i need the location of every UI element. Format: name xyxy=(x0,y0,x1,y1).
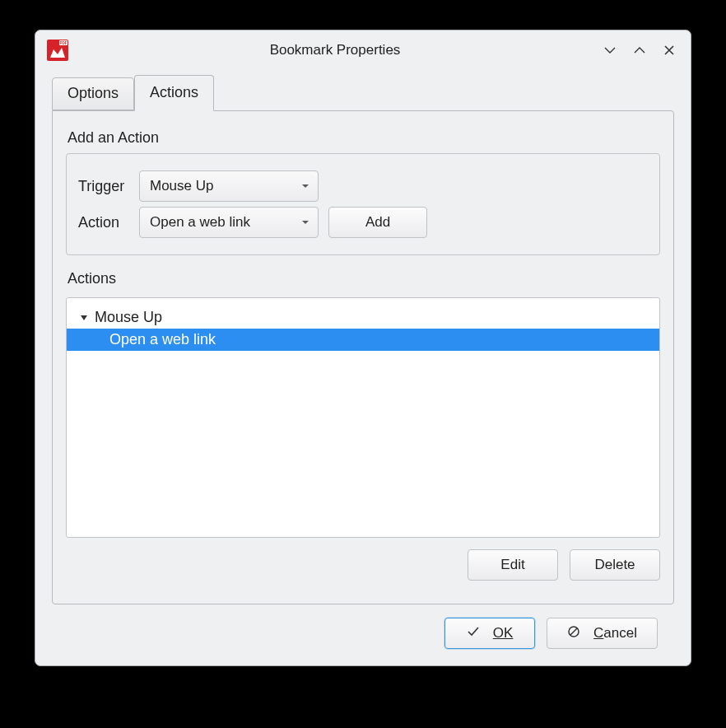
cancel-icon xyxy=(567,625,587,642)
dialog-window: PDF Bookmark Properties Options Actions … xyxy=(35,30,691,666)
edit-button[interactable]: Edit xyxy=(468,549,558,581)
disclosure-triangle-icon[interactable] xyxy=(78,314,90,322)
check-icon xyxy=(467,625,486,642)
minimize-button[interactable] xyxy=(602,42,618,58)
tree-parent-row[interactable]: Mouse Up xyxy=(67,306,659,329)
chevron-down-icon xyxy=(301,178,309,194)
add-action-frame: Trigger Mouse Up Action Open a web link xyxy=(66,153,660,255)
titlebar: PDF Bookmark Properties xyxy=(35,30,691,70)
dialog-body: Options Actions Add an Action Trigger Mo… xyxy=(35,70,691,665)
tab-options[interactable]: Options xyxy=(52,77,134,110)
action-value: Open a web link xyxy=(150,214,250,231)
tree-child-label: Open a web link xyxy=(109,331,216,348)
delete-button[interactable]: Delete xyxy=(570,549,660,581)
action-combobox[interactable]: Open a web link xyxy=(139,207,319,238)
ok-label: OK xyxy=(493,625,514,642)
ok-button[interactable]: OK xyxy=(444,618,535,649)
chevron-down-icon xyxy=(301,214,309,231)
tab-panel-actions: Add an Action Trigger Mouse Up Action Op… xyxy=(52,110,674,604)
trigger-label: Trigger xyxy=(78,178,129,195)
tree-child-row[interactable]: Open a web link xyxy=(67,329,659,351)
actions-list[interactable]: Mouse Up Open a web link xyxy=(66,297,660,538)
actions-list-inner: Mouse Up Open a web link xyxy=(67,298,659,537)
cancel-button[interactable]: Cancel xyxy=(547,618,658,649)
add-action-heading: Add an Action xyxy=(67,129,660,147)
svg-line-4 xyxy=(570,628,577,635)
maximize-button[interactable] xyxy=(631,42,648,58)
dialog-footer: OK Cancel xyxy=(52,604,674,649)
tab-strip: Options Actions xyxy=(52,75,674,110)
app-icon: PDF xyxy=(47,40,68,61)
tree-parent-label: Mouse Up xyxy=(95,309,162,326)
window-title: Bookmark Properties xyxy=(68,42,602,58)
action-label: Action xyxy=(78,214,129,231)
actions-heading: Actions xyxy=(67,270,660,287)
trigger-combobox[interactable]: Mouse Up xyxy=(139,170,319,202)
trigger-row: Trigger Mouse Up xyxy=(78,170,648,202)
add-button[interactable]: Add xyxy=(328,207,427,238)
trigger-value: Mouse Up xyxy=(150,178,213,194)
close-button[interactable] xyxy=(661,42,677,58)
cancel-label: Cancel xyxy=(593,625,637,642)
svg-text:PDF: PDF xyxy=(60,41,67,45)
actions-list-footer: Edit Delete xyxy=(66,549,660,581)
titlebar-controls xyxy=(602,42,682,58)
action-row: Action Open a web link Add xyxy=(78,207,648,238)
tab-actions[interactable]: Actions xyxy=(134,75,214,111)
